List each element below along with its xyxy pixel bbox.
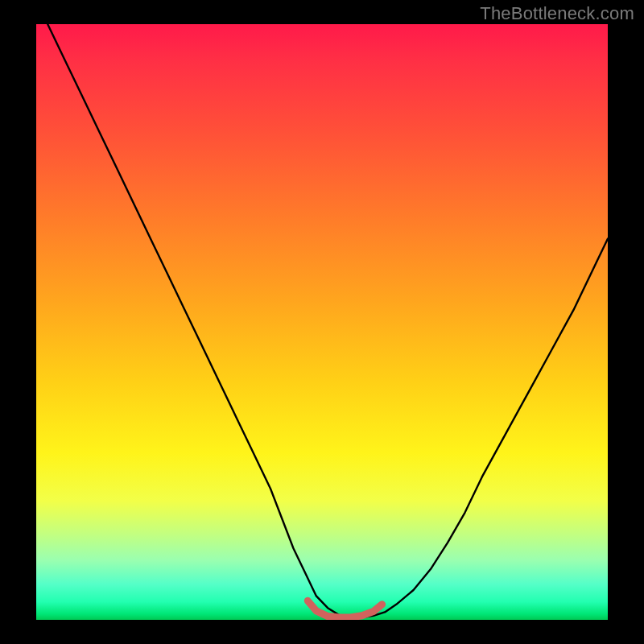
accent-layer (36, 24, 608, 620)
trough-accent-line (308, 601, 382, 617)
plot-area (36, 24, 608, 620)
watermark-text: TheBottleneck.com (480, 3, 634, 24)
chart-frame: TheBottleneck.com (0, 0, 644, 644)
